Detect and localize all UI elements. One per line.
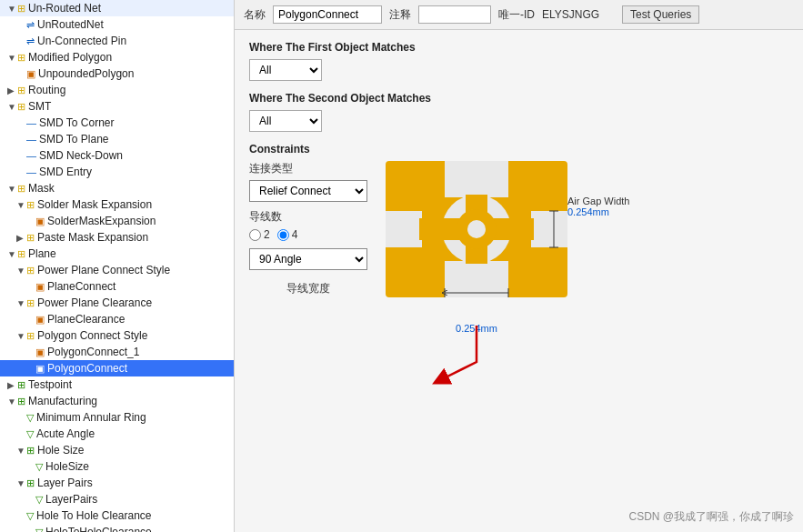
tree-item-routing[interactable]: ▶⊞Routing [0,82,234,98]
expand-icon-layer-pairs[interactable]: ▼ [16,478,25,488]
tree-label-routing: Routing [28,84,65,96]
tree-item-hole-size[interactable]: ▼⊞Hole Size [0,442,234,458]
expand-icon-hole-size[interactable]: ▼ [16,446,25,456]
tree-item-planeconnect[interactable]: ▣PlaneConnect [0,278,234,295]
tree-item-mask[interactable]: ▼⊞Mask [0,180,234,196]
tree-icon-soldermaskexpansion: ▣ [35,216,45,227]
wire-width-label: 导线宽度 [249,281,367,296]
tree-icon-planeconnect: ▣ [35,281,45,293]
tree-item-manufacturing[interactable]: ▼⊞Manufacturing [0,393,234,409]
tree-label-polygonconnect1: PolygonConnect_1 [47,346,139,358]
radio-4[interactable] [277,229,289,241]
tree-icon-hole-size: ⊞ [26,445,35,457]
comment-label: 注释 [389,7,411,23]
tree-label-manufacturing: Manufacturing [28,395,97,407]
radio-4-label[interactable]: 4 [277,228,298,241]
svg-rect-3 [386,211,422,247]
expand-icon-testpoint[interactable]: ▶ [7,380,16,390]
tree-item-polygonconnect[interactable]: ▣PolygonConnect [0,360,234,376]
expand-icon-polygon-connect-style[interactable]: ▼ [16,331,25,341]
where-first-dropdown[interactable]: All [249,59,322,81]
tree-item-un-connected-pin[interactable]: ⇌Un-Connected Pin [0,33,234,49]
tree-item-plane[interactable]: ▼⊞Plane [0,246,234,262]
expand-icon-paste-mask-expansion[interactable]: ▶ [16,233,25,243]
radio-2[interactable] [249,229,261,241]
tree-item-minimum-annular-ring[interactable]: ▽Minimum Annular Ring [0,409,234,426]
tree-item-smd-to-corner[interactable]: —SMD To Corner [0,115,234,131]
tree-item-hole-to-hole-clearance[interactable]: ▽Hole To Hole Clearance [0,507,234,524]
expand-icon-mask[interactable]: ▼ [7,184,16,194]
tree-item-smd-neck-down[interactable]: —SMD Neck-Down [0,147,234,164]
conn-type-select[interactable]: Relief Connect Direct Connect No Connect [249,180,367,202]
tree-item-holetoholeclearance[interactable]: ▽HoleToHoleClearance [0,524,234,532]
tree-label-holesize: HoleSize [45,460,89,473]
expand-icon-un-routed-net[interactable]: ▼ [7,4,16,14]
tree-icon-smd-entry: — [26,166,36,177]
right-panel: 名称 注释 唯一-ID ELYSJNGG Test Queries Where … [235,0,803,532]
tree-item-power-plane-connect-style[interactable]: ▼⊞Power Plane Connect Style [0,262,234,278]
name-input[interactable] [273,5,382,24]
tree-item-holesize[interactable]: ▽HoleSize [0,458,234,475]
tree-item-un-routed-net[interactable]: ▼⊞Un-Routed Net [0,0,234,16]
tree-label-plane: Plane [28,247,56,260]
tree-item-polygonconnect1[interactable]: ▣PolygonConnect_1 [0,344,234,360]
tree-icon-acute-angle: ▽ [26,428,34,440]
tree-item-smt[interactable]: ▼⊞SMT [0,98,234,115]
tree-icon-un-connected-pin: ⇌ [26,35,35,47]
tree-item-acute-angle[interactable]: ▽Acute Angle [0,426,234,442]
expand-icon-power-plane-clearance[interactable]: ▼ [16,298,25,308]
tree-label-smd-to-plane: SMD To Plane [39,133,108,146]
svg-point-13 [467,220,486,238]
tree-item-planeclearance[interactable]: ▣PlaneClearance [0,311,234,327]
tree-icon-solder-mask-expansion: ⊞ [26,199,35,211]
tree-icon-smd-to-corner: — [26,117,36,128]
tree-label-smd-neck-down: SMD Neck-Down [39,149,123,162]
where-second-title: Where The Second Object Matches [249,92,788,105]
tree-item-unpouredpolygon[interactable]: ▣UnpoundedPolygon [0,65,234,82]
tree-item-power-plane-clearance[interactable]: ▼⊞Power Plane Clearance [0,295,234,311]
tree-icon-routing: ⊞ [17,85,25,96]
tree-label-layerpairs: LayerPairs [45,493,97,506]
content-area: Where The First Object Matches All Where… [235,30,803,532]
radio-2-label[interactable]: 2 [249,228,270,241]
tree-label-planeclearance: PlaneClearance [47,313,125,326]
tree-item-smd-entry[interactable]: —SMD Entry [0,164,234,180]
tree-item-smd-to-plane[interactable]: —SMD To Plane [0,131,234,147]
where-first-section: Where The First Object Matches All [249,41,788,81]
tree-item-testpoint[interactable]: ▶⊞Testpoint [0,376,234,393]
expand-icon-smt[interactable]: ▼ [7,102,16,112]
tree-icon-manufacturing: ⊞ [17,396,25,407]
tree-label-mask: Mask [28,182,55,195]
tree-label-modified-polygon: Modified Polygon [28,51,112,64]
tree-label-holetoholeclearance: HoleToHoleClearance [45,526,152,532]
tree-item-solder-mask-expansion[interactable]: ▼⊞Solder Mask Expansion [0,196,234,213]
tree-item-paste-mask-expansion[interactable]: ▶⊞Paste Mask Expansion [0,229,234,246]
tree-icon-planeclearance: ▣ [35,314,45,326]
expand-icon-manufacturing[interactable]: ▼ [7,396,16,407]
expand-icon-solder-mask-expansion[interactable]: ▼ [16,200,25,210]
expand-icon-power-plane-connect-style[interactable]: ▼ [16,266,25,276]
tree-panel: ▼⊞Un-Routed Net ⇌UnRoutedNet ⇌Un-Connect… [0,0,235,532]
tree-item-soldermaskexpansion[interactable]: ▣SolderMaskExpansion [0,213,234,229]
tree-icon-polygonconnect: ▣ [35,363,45,375]
tree-label-testpoint: Testpoint [28,378,72,391]
expand-icon-plane[interactable]: ▼ [7,249,16,259]
test-queries-button[interactable]: Test Queries [622,5,699,24]
tree-item-layerpairs[interactable]: ▽LayerPairs [0,491,234,507]
tree-icon-modified-polygon: ⊞ [17,52,25,64]
where-second-dropdown[interactable]: All [249,110,322,132]
tree-icon-minimum-annular-ring: ▽ [26,412,34,424]
tree-item-layer-pairs[interactable]: ▼⊞Layer Pairs [0,475,234,491]
red-arrow [422,326,531,417]
tree-label-un-connected-pin: Un-Connected Pin [37,35,126,47]
tree-icon-un-routed-net: ⊞ [17,3,25,15]
tree-item-polygon-connect-style[interactable]: ▼⊞Polygon Connect Style [0,327,234,344]
tree-item-modified-polygon[interactable]: ▼⊞Modified Polygon [0,49,234,65]
angle-select[interactable]: 90 Angle 45 Angle [249,248,367,270]
id-label: 唯一-ID [498,7,535,23]
comment-input[interactable] [418,5,491,24]
expand-icon-routing[interactable]: ▶ [7,85,16,95]
expand-icon-modified-polygon[interactable]: ▼ [7,53,16,63]
tree-item-unrouted-net[interactable]: ⇌UnRoutedNet [0,16,234,33]
diagram-svg [386,161,567,316]
